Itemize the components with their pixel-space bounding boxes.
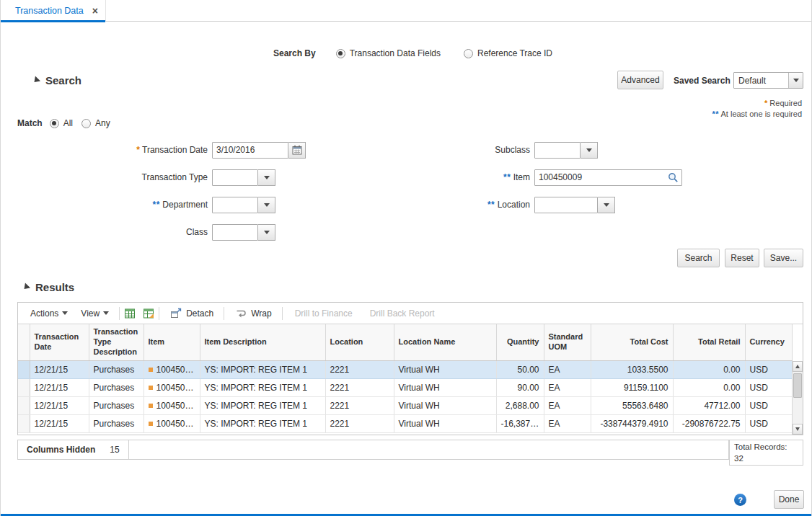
- col-quantity[interactable]: Quantity: [496, 324, 544, 360]
- cell-transaction-date: 12/21/15: [30, 360, 89, 378]
- chevron-down-icon[interactable]: [598, 197, 615, 213]
- wrap-button[interactable]: Wrap: [228, 307, 278, 320]
- col-item[interactable]: Item: [144, 324, 200, 360]
- table-row[interactable]: 12/21/15 Purchases 100450009 YS: IMPORT:…: [18, 414, 792, 432]
- radio-reference-trace-id-label[interactable]: Reference Trace ID: [477, 48, 552, 58]
- cell-total-retail: 0.00: [673, 378, 745, 396]
- col-location-name[interactable]: Location Name: [394, 324, 496, 360]
- table-row[interactable]: 12/21/15 Purchases 100450009 YS: IMPORT:…: [18, 360, 792, 378]
- col-item-description[interactable]: Item Description: [200, 324, 325, 360]
- disclosure-triangle-icon[interactable]: [32, 76, 40, 84]
- transaction-type-input[interactable]: [212, 169, 258, 186]
- export-to-excel-icon[interactable]: [123, 307, 136, 320]
- field-label-text: Subclass: [495, 145, 530, 155]
- saved-search-dropdown[interactable]: Default: [733, 72, 803, 89]
- col-standard-uom[interactable]: Standard UOM: [544, 324, 591, 360]
- department-input[interactable]: [212, 197, 258, 213]
- chevron-down-icon[interactable]: [258, 169, 275, 186]
- field-label-text: Transaction Type: [142, 172, 208, 182]
- cell-item-description: YS: IMPORT: REG ITEM 1: [200, 396, 325, 414]
- required-text: Required: [769, 99, 802, 107]
- chevron-down-icon: [62, 311, 68, 315]
- search-section-header: Search: [32, 74, 81, 86]
- row-selector[interactable]: [18, 396, 30, 414]
- transaction-date-input[interactable]: [212, 142, 288, 159]
- disclosure-triangle-icon[interactable]: [22, 283, 30, 291]
- cell-flag-icon: [149, 404, 153, 408]
- radio-reference-trace-id[interactable]: [464, 49, 473, 58]
- chevron-down-icon: [103, 311, 109, 315]
- cell-total-cost: 1033.5500: [591, 360, 673, 378]
- cell-quantity: 90.00: [496, 378, 544, 396]
- results-table: Transaction Date Transaction Type Descri…: [18, 324, 793, 433]
- done-button[interactable]: Done: [774, 490, 804, 509]
- reset-button[interactable]: Reset: [725, 249, 759, 267]
- view-menu-label: View: [81, 308, 100, 319]
- export-all-icon[interactable]: [142, 307, 155, 320]
- radio-match-all[interactable]: [50, 119, 59, 128]
- row-selector[interactable]: [18, 378, 30, 396]
- columns-hidden-box: Columns Hidden 15: [18, 440, 129, 459]
- cell-total-retail: -290876722.75: [673, 414, 745, 432]
- col-transaction-date[interactable]: Transaction Date: [30, 324, 89, 360]
- chevron-down-icon[interactable]: [581, 142, 598, 159]
- advanced-button[interactable]: Advanced: [617, 71, 663, 89]
- scroll-up-icon[interactable]: [793, 361, 803, 372]
- view-menu[interactable]: View: [74, 308, 115, 319]
- search-by-row: Search By Transaction Data Fields Refere…: [273, 48, 552, 58]
- item-input[interactable]: [534, 169, 682, 186]
- scrollbar-thumb[interactable]: [793, 373, 802, 398]
- table-row[interactable]: 12/21/15 Purchases 100450009 YS: IMPORT:…: [18, 396, 792, 414]
- radio-dot: [52, 121, 56, 125]
- chevron-down-icon[interactable]: [258, 197, 275, 213]
- scroll-down-icon[interactable]: [793, 424, 803, 435]
- tab-transaction-data[interactable]: Transaction Data ×: [1, 0, 106, 22]
- radio-match-all-label[interactable]: All: [63, 118, 73, 128]
- radio-transaction-data-fields-label[interactable]: Transaction Data Fields: [350, 48, 441, 58]
- chevron-down-icon[interactable]: [258, 224, 275, 241]
- cell-item-value: 100450009: [156, 383, 200, 393]
- wrap-icon: [234, 307, 247, 320]
- help-icon[interactable]: ?: [734, 494, 746, 506]
- table-header-row: Transaction Date Transaction Type Descri…: [18, 324, 792, 360]
- col-total-cost[interactable]: Total Cost: [591, 324, 673, 360]
- search-icon[interactable]: [668, 172, 679, 186]
- calendar-icon[interactable]: [288, 142, 306, 159]
- search-button[interactable]: Search: [677, 249, 720, 267]
- row-selector[interactable]: [18, 360, 30, 378]
- toolbar-separator: [224, 307, 224, 320]
- save-button[interactable]: Save...: [764, 249, 803, 267]
- class-input[interactable]: [212, 224, 258, 241]
- col-transaction-type-description[interactable]: Transaction Type Description: [89, 324, 144, 360]
- col-total-retail[interactable]: Total Retail: [673, 324, 745, 360]
- radio-match-any-label[interactable]: Any: [95, 118, 110, 128]
- col-currency[interactable]: Currency: [745, 324, 792, 360]
- detach-button[interactable]: Detach: [163, 307, 220, 320]
- actions-menu[interactable]: Actions: [24, 308, 74, 319]
- cell-quantity: 2,688.00: [496, 396, 544, 414]
- row-selector[interactable]: [18, 414, 30, 432]
- vertical-scrollbar[interactable]: [792, 361, 803, 435]
- close-icon[interactable]: ×: [92, 6, 98, 16]
- location-input[interactable]: [534, 197, 598, 213]
- col-location[interactable]: Location: [325, 324, 394, 360]
- saved-search-value: Default: [734, 76, 788, 86]
- department-label: ** Department: [17, 200, 212, 210]
- columns-hidden-label: Columns Hidden: [27, 445, 95, 455]
- cell-currency: USD: [745, 414, 792, 432]
- cell-item-value: 100450009: [156, 401, 200, 411]
- table-row[interactable]: 12/21/15 Purchases 100450009 YS: IMPORT:…: [18, 378, 792, 396]
- cell-flag-icon: [149, 386, 153, 390]
- chevron-down-icon[interactable]: [788, 73, 803, 88]
- subclass-input[interactable]: [534, 142, 581, 159]
- class-field-row: Class: [17, 223, 275, 241]
- match-label: Match: [17, 118, 43, 128]
- radio-transaction-data-fields[interactable]: [336, 49, 345, 58]
- cell-total-retail: 0.00: [673, 360, 745, 378]
- cell-location: 2221: [325, 396, 394, 414]
- item-input-wrap: [534, 169, 682, 186]
- radio-match-any[interactable]: [81, 119, 91, 128]
- drill-back-report-button: Drill Back Report: [361, 308, 443, 319]
- results-section-title: Results: [35, 281, 74, 293]
- actions-menu-label: Actions: [30, 308, 58, 319]
